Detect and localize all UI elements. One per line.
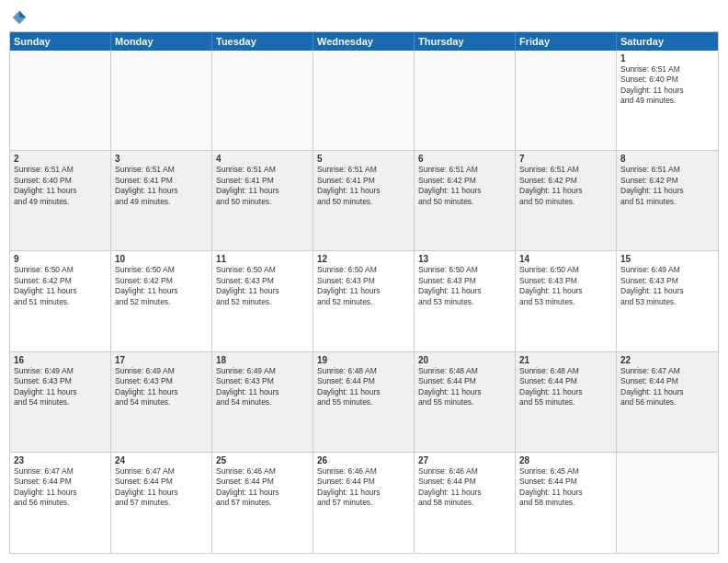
day-number: 13 <box>418 254 511 264</box>
calendar-cell-1-3: 5Sunrise: 6:51 AM Sunset: 6:41 PM Daylig… <box>313 151 415 250</box>
cell-info: Sunrise: 6:49 AM Sunset: 6:43 PM Dayligh… <box>14 366 107 408</box>
cell-info: Sunrise: 6:51 AM Sunset: 6:41 PM Dayligh… <box>115 165 208 207</box>
calendar-row-2: 9Sunrise: 6:50 AM Sunset: 6:42 PM Daylig… <box>10 251 718 351</box>
day-number: 21 <box>519 355 612 365</box>
day-number: 24 <box>115 455 208 465</box>
calendar-row-3: 16Sunrise: 6:49 AM Sunset: 6:43 PM Dayli… <box>10 352 718 453</box>
calendar-cell-3-5: 21Sunrise: 6:48 AM Sunset: 6:44 PM Dayli… <box>516 352 617 452</box>
day-number: 26 <box>317 455 410 465</box>
day-number: 27 <box>418 455 511 465</box>
calendar-cell-0-6: 1Sunrise: 6:51 AM Sunset: 6:40 PM Daylig… <box>617 51 718 150</box>
calendar-cell-3-3: 19Sunrise: 6:48 AM Sunset: 6:44 PM Dayli… <box>313 352 415 452</box>
calendar-cell-0-3 <box>313 51 415 150</box>
day-number: 3 <box>115 154 208 164</box>
cell-info: Sunrise: 6:45 AM Sunset: 6:44 PM Dayligh… <box>519 466 612 509</box>
cell-info: Sunrise: 6:46 AM Sunset: 6:44 PM Dayligh… <box>216 466 309 509</box>
calendar-body: 1Sunrise: 6:51 AM Sunset: 6:40 PM Daylig… <box>10 51 718 553</box>
day-number: 20 <box>418 355 511 365</box>
calendar-cell-3-0: 16Sunrise: 6:49 AM Sunset: 6:43 PM Dayli… <box>10 352 111 452</box>
day-number: 2 <box>14 154 107 164</box>
calendar-cell-2-3: 12Sunrise: 6:50 AM Sunset: 6:43 PM Dayli… <box>313 251 415 350</box>
calendar-cell-2-5: 14Sunrise: 6:50 AM Sunset: 6:43 PM Dayli… <box>516 251 617 350</box>
calendar-cell-3-6: 22Sunrise: 6:47 AM Sunset: 6:44 PM Dayli… <box>617 352 718 452</box>
page: SundayMondayTuesdayWednesdayThursdayFrid… <box>0 0 728 563</box>
calendar-cell-2-6: 15Sunrise: 6:49 AM Sunset: 6:43 PM Dayli… <box>617 251 718 350</box>
calendar-cell-1-6: 8Sunrise: 6:51 AM Sunset: 6:42 PM Daylig… <box>617 151 718 250</box>
logo-icon <box>11 9 28 26</box>
day-number: 17 <box>115 355 208 365</box>
cell-info: Sunrise: 6:48 AM Sunset: 6:44 PM Dayligh… <box>519 366 612 408</box>
calendar-cell-1-4: 6Sunrise: 6:51 AM Sunset: 6:42 PM Daylig… <box>415 151 516 250</box>
cell-info: Sunrise: 6:50 AM Sunset: 6:42 PM Dayligh… <box>115 265 208 307</box>
day-number: 9 <box>14 254 107 264</box>
cell-info: Sunrise: 6:47 AM Sunset: 6:44 PM Dayligh… <box>620 366 714 408</box>
cell-info: Sunrise: 6:50 AM Sunset: 6:43 PM Dayligh… <box>216 265 309 307</box>
day-number: 6 <box>418 154 511 164</box>
calendar-cell-4-0: 23Sunrise: 6:47 AM Sunset: 6:44 PM Dayli… <box>10 453 111 553</box>
cell-info: Sunrise: 6:49 AM Sunset: 6:43 PM Dayligh… <box>216 366 309 408</box>
header-cell-thursday: Thursday <box>415 32 516 51</box>
calendar-cell-2-2: 11Sunrise: 6:50 AM Sunset: 6:43 PM Dayli… <box>212 251 313 350</box>
header <box>9 9 719 26</box>
day-number: 11 <box>216 254 309 264</box>
day-number: 5 <box>317 154 410 164</box>
cell-info: Sunrise: 6:46 AM Sunset: 6:44 PM Dayligh… <box>317 466 410 509</box>
cell-info: Sunrise: 6:51 AM Sunset: 6:40 PM Dayligh… <box>620 64 714 107</box>
svg-marker-1 <box>19 11 26 17</box>
day-number: 12 <box>317 254 410 264</box>
header-cell-monday: Monday <box>111 32 212 51</box>
cell-info: Sunrise: 6:51 AM Sunset: 6:42 PM Dayligh… <box>620 165 714 207</box>
calendar-cell-0-0 <box>10 51 111 150</box>
calendar-cell-4-4: 27Sunrise: 6:46 AM Sunset: 6:44 PM Dayli… <box>415 453 516 553</box>
calendar-cell-0-5 <box>516 51 617 150</box>
header-cell-wednesday: Wednesday <box>313 32 415 51</box>
calendar-cell-0-4 <box>415 51 516 150</box>
cell-info: Sunrise: 6:51 AM Sunset: 6:41 PM Dayligh… <box>216 165 309 207</box>
calendar-cell-1-2: 4Sunrise: 6:51 AM Sunset: 6:41 PM Daylig… <box>212 151 313 250</box>
calendar-cell-2-1: 10Sunrise: 6:50 AM Sunset: 6:42 PM Dayli… <box>111 251 212 350</box>
calendar-row-0: 1Sunrise: 6:51 AM Sunset: 6:40 PM Daylig… <box>10 51 718 151</box>
day-number: 4 <box>216 154 309 164</box>
cell-info: Sunrise: 6:50 AM Sunset: 6:43 PM Dayligh… <box>418 265 511 307</box>
calendar-cell-1-5: 7Sunrise: 6:51 AM Sunset: 6:42 PM Daylig… <box>516 151 617 250</box>
cell-info: Sunrise: 6:46 AM Sunset: 6:44 PM Dayligh… <box>418 466 511 509</box>
day-number: 28 <box>519 455 612 465</box>
calendar-cell-4-5: 28Sunrise: 6:45 AM Sunset: 6:44 PM Dayli… <box>516 453 617 553</box>
header-cell-sunday: Sunday <box>10 32 111 51</box>
calendar-cell-0-2 <box>212 51 313 150</box>
cell-info: Sunrise: 6:49 AM Sunset: 6:43 PM Dayligh… <box>620 265 714 307</box>
cell-info: Sunrise: 6:50 AM Sunset: 6:42 PM Dayligh… <box>14 265 107 307</box>
calendar-cell-1-1: 3Sunrise: 6:51 AM Sunset: 6:41 PM Daylig… <box>111 151 212 250</box>
calendar-row-4: 23Sunrise: 6:47 AM Sunset: 6:44 PM Dayli… <box>10 453 718 553</box>
calendar-cell-3-2: 18Sunrise: 6:49 AM Sunset: 6:43 PM Dayli… <box>212 352 313 452</box>
cell-info: Sunrise: 6:50 AM Sunset: 6:43 PM Dayligh… <box>519 265 612 307</box>
day-number: 1 <box>620 53 714 63</box>
calendar-cell-2-0: 9Sunrise: 6:50 AM Sunset: 6:42 PM Daylig… <box>10 251 111 350</box>
cell-info: Sunrise: 6:47 AM Sunset: 6:44 PM Dayligh… <box>115 466 208 509</box>
cell-info: Sunrise: 6:49 AM Sunset: 6:43 PM Dayligh… <box>115 366 208 408</box>
cell-info: Sunrise: 6:47 AM Sunset: 6:44 PM Dayligh… <box>14 466 107 509</box>
day-number: 10 <box>115 254 208 264</box>
day-number: 22 <box>620 355 714 365</box>
day-number: 7 <box>519 154 612 164</box>
calendar-cell-4-3: 26Sunrise: 6:46 AM Sunset: 6:44 PM Dayli… <box>313 453 415 553</box>
calendar-cell-3-4: 20Sunrise: 6:48 AM Sunset: 6:44 PM Dayli… <box>415 352 516 452</box>
day-number: 23 <box>14 455 107 465</box>
day-number: 19 <box>317 355 410 365</box>
calendar-cell-4-2: 25Sunrise: 6:46 AM Sunset: 6:44 PM Dayli… <box>212 453 313 553</box>
cell-info: Sunrise: 6:50 AM Sunset: 6:43 PM Dayligh… <box>317 265 410 307</box>
day-number: 14 <box>519 254 612 264</box>
calendar: SundayMondayTuesdayWednesdayThursdayFrid… <box>9 31 719 554</box>
header-cell-friday: Friday <box>516 32 617 51</box>
calendar-cell-2-4: 13Sunrise: 6:50 AM Sunset: 6:43 PM Dayli… <box>415 251 516 350</box>
calendar-cell-4-1: 24Sunrise: 6:47 AM Sunset: 6:44 PM Dayli… <box>111 453 212 553</box>
header-cell-saturday: Saturday <box>617 32 718 51</box>
cell-info: Sunrise: 6:51 AM Sunset: 6:42 PM Dayligh… <box>519 165 612 207</box>
calendar-header: SundayMondayTuesdayWednesdayThursdayFrid… <box>10 32 718 51</box>
calendar-cell-0-1 <box>111 51 212 150</box>
calendar-cell-1-0: 2Sunrise: 6:51 AM Sunset: 6:40 PM Daylig… <box>10 151 111 250</box>
header-cell-tuesday: Tuesday <box>212 32 313 51</box>
day-number: 15 <box>620 254 714 264</box>
calendar-cell-3-1: 17Sunrise: 6:49 AM Sunset: 6:43 PM Dayli… <box>111 352 212 452</box>
day-number: 18 <box>216 355 309 365</box>
